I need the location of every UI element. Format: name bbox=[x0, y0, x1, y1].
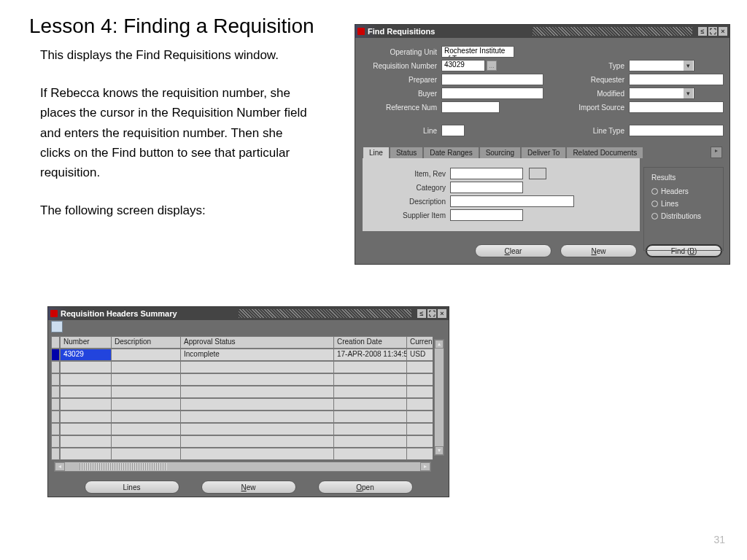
cell[interactable] bbox=[333, 361, 406, 373]
scroll-right-icon[interactable]: ▸ bbox=[420, 462, 430, 471]
cell[interactable] bbox=[406, 398, 433, 411]
requester-field[interactable] bbox=[629, 74, 724, 85]
results-headers-radio[interactable]: Headers bbox=[651, 187, 717, 195]
cell[interactable] bbox=[406, 423, 433, 435]
cell-creation[interactable]: 17-APR-2008 11:34:57 bbox=[333, 349, 406, 361]
description-field[interactable] bbox=[450, 195, 574, 207]
cell[interactable] bbox=[180, 361, 333, 373]
cell[interactable] bbox=[180, 411, 333, 423]
table-row[interactable]: 43029 Incomplete 17-APR-2008 11:34:57 US… bbox=[51, 349, 446, 361]
cell[interactable] bbox=[333, 448, 406, 460]
table-row[interactable] bbox=[51, 386, 446, 398]
tab-date-ranges[interactable]: Date Ranges bbox=[423, 147, 479, 158]
tab-status[interactable]: Status bbox=[390, 147, 423, 158]
col-number[interactable]: Number bbox=[60, 336, 111, 349]
col-description[interactable]: Description bbox=[111, 336, 180, 349]
col-currency[interactable]: Curren bbox=[406, 336, 433, 349]
minimize-icon[interactable]: ≤ bbox=[417, 309, 426, 318]
cell[interactable] bbox=[406, 435, 433, 448]
document-icon[interactable] bbox=[51, 321, 63, 332]
table-row[interactable] bbox=[51, 411, 446, 423]
new-button[interactable]: New bbox=[560, 244, 637, 257]
cell[interactable] bbox=[60, 448, 111, 460]
modified-select[interactable] bbox=[629, 88, 694, 99]
cell[interactable] bbox=[333, 386, 406, 398]
rev-field[interactable] bbox=[529, 168, 546, 179]
cell[interactable] bbox=[406, 448, 433, 460]
scroll-up-icon[interactable]: ▴ bbox=[435, 340, 444, 349]
cell[interactable] bbox=[60, 411, 111, 423]
category-field[interactable] bbox=[450, 182, 523, 193]
cell[interactable] bbox=[333, 423, 406, 435]
close-icon[interactable]: × bbox=[719, 27, 727, 36]
table-row[interactable] bbox=[51, 423, 446, 435]
cell[interactable] bbox=[60, 386, 111, 398]
cell[interactable] bbox=[333, 373, 406, 386]
cell[interactable] bbox=[333, 398, 406, 411]
cell[interactable] bbox=[111, 361, 180, 373]
tab-deliver-to[interactable]: Deliver To bbox=[521, 147, 566, 158]
new-button[interactable]: New bbox=[201, 481, 296, 494]
operating-unit-field[interactable]: Rochester Institute of Te bbox=[441, 46, 514, 58]
table-row[interactable] bbox=[51, 435, 446, 448]
buyer-field[interactable] bbox=[441, 88, 543, 99]
table-row[interactable] bbox=[51, 373, 446, 386]
maximize-icon[interactable]: ⛶ bbox=[427, 309, 436, 318]
cell-description[interactable] bbox=[111, 349, 180, 361]
tab-line[interactable]: Line bbox=[363, 147, 390, 158]
clear-button[interactable]: Clear bbox=[475, 244, 551, 257]
line-field[interactable] bbox=[441, 125, 465, 136]
lines-button[interactable]: Lines bbox=[85, 481, 179, 494]
item-field[interactable] bbox=[450, 168, 523, 179]
cell[interactable] bbox=[180, 448, 333, 460]
cell[interactable] bbox=[60, 435, 111, 448]
cell[interactable] bbox=[111, 411, 180, 423]
req-number-field[interactable]: 43029 bbox=[441, 60, 485, 71]
table-row[interactable] bbox=[51, 398, 446, 411]
close-icon[interactable]: × bbox=[438, 309, 446, 318]
results-distributions-radio[interactable]: Distributions bbox=[651, 212, 717, 220]
cell[interactable] bbox=[111, 373, 180, 386]
cell[interactable] bbox=[60, 398, 111, 411]
cell[interactable] bbox=[406, 361, 433, 373]
cell[interactable] bbox=[60, 423, 111, 435]
cell[interactable] bbox=[406, 386, 433, 398]
cell-number[interactable]: 43029 bbox=[60, 349, 111, 361]
cell[interactable] bbox=[180, 423, 333, 435]
cell[interactable] bbox=[111, 423, 180, 435]
vertical-scrollbar[interactable]: ▴ ▾ bbox=[434, 339, 444, 456]
cell[interactable] bbox=[60, 361, 111, 373]
scroll-left-icon[interactable]: ◂ bbox=[55, 462, 65, 471]
cell[interactable] bbox=[111, 386, 180, 398]
import-source-field[interactable] bbox=[629, 101, 724, 113]
cell[interactable] bbox=[180, 373, 333, 386]
cell[interactable] bbox=[180, 435, 333, 448]
cell[interactable] bbox=[111, 398, 180, 411]
type-select[interactable] bbox=[629, 60, 694, 71]
cell[interactable] bbox=[333, 435, 406, 448]
cell[interactable] bbox=[180, 386, 333, 398]
line-type-field[interactable] bbox=[629, 125, 724, 136]
lov-icon[interactable]: … bbox=[487, 61, 497, 71]
cell-approval[interactable]: Incomplete bbox=[180, 349, 333, 361]
cell[interactable] bbox=[406, 411, 433, 423]
scroll-thumb[interactable] bbox=[80, 463, 167, 470]
cell[interactable] bbox=[180, 398, 333, 411]
cell-currency[interactable]: USD bbox=[406, 349, 433, 361]
cell[interactable] bbox=[333, 411, 406, 423]
cell[interactable] bbox=[60, 373, 111, 386]
tab-related-documents[interactable]: Related Documents bbox=[566, 147, 643, 158]
tab-sourcing[interactable]: Sourcing bbox=[479, 147, 521, 158]
open-button[interactable]: Open bbox=[318, 481, 413, 494]
supplier-item-field[interactable] bbox=[450, 209, 523, 221]
col-approval-status[interactable]: Approval Status bbox=[180, 336, 333, 349]
results-lines-radio[interactable]: Lines bbox=[651, 200, 717, 208]
table-row[interactable] bbox=[51, 448, 446, 460]
scroll-down-icon[interactable]: ▾ bbox=[435, 446, 444, 455]
reference-num-field[interactable] bbox=[441, 101, 500, 113]
table-row[interactable] bbox=[51, 361, 446, 373]
tab-scroll-icon[interactable]: ▸ bbox=[711, 147, 722, 158]
horizontal-scrollbar[interactable]: ◂ ▸ bbox=[54, 462, 431, 472]
cell[interactable] bbox=[111, 435, 180, 448]
cell[interactable] bbox=[111, 448, 180, 460]
